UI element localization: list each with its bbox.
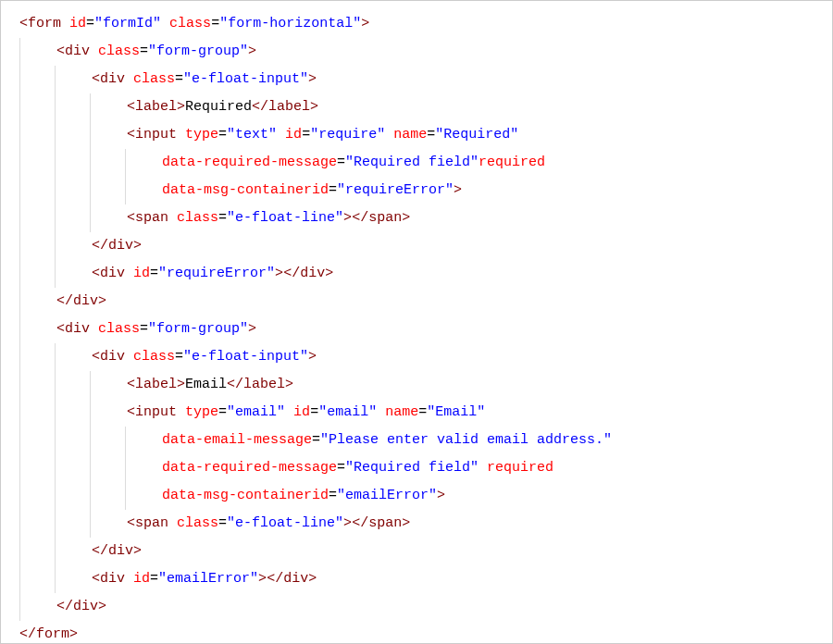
token-name: label — [135, 99, 177, 115]
code-line: </div> — [19, 232, 823, 260]
token-brk: > — [343, 515, 352, 531]
token-txt: = — [218, 404, 227, 420]
token-brk: > — [308, 349, 317, 365]
token-brk: < — [92, 349, 100, 365]
token-txt: = — [218, 127, 227, 142]
token-txt: = — [150, 571, 158, 587]
token-brk: > — [133, 238, 142, 254]
code-line: <div class="e-float-input"> — [19, 343, 823, 371]
token-txt — [385, 127, 393, 142]
token-txt — [61, 16, 69, 31]
token-txt — [125, 571, 133, 587]
token-val: "email" — [227, 404, 285, 420]
token-brk: </ — [352, 515, 368, 531]
token-brk: > — [308, 71, 317, 87]
token-txt — [168, 210, 177, 226]
token-brk: < — [92, 266, 100, 281]
token-attr: id — [285, 127, 302, 142]
token-brk: > — [275, 266, 283, 281]
code-line: <div class="form-group"> — [19, 38, 823, 66]
token-txt — [90, 321, 98, 337]
code-line: data-required-message="Required field" r… — [19, 454, 823, 482]
token-name: div — [108, 238, 133, 254]
token-name: span — [135, 515, 168, 531]
token-brk: < — [127, 210, 135, 226]
token-txt: Required — [185, 99, 252, 115]
token-brk: < — [127, 127, 135, 142]
token-name: span — [368, 210, 402, 226]
token-txt — [177, 127, 185, 142]
token-name: form — [36, 626, 69, 642]
token-brk: > — [402, 515, 410, 531]
code-line: <label>Email</label> — [19, 371, 823, 399]
token-brk: < — [92, 71, 100, 87]
token-txt: = — [140, 43, 148, 59]
token-val: "Email" — [427, 404, 485, 420]
token-attr: data-msg-containerid — [162, 182, 329, 198]
code-line: data-email-message="Please enter valid e… — [19, 427, 823, 454]
token-attr: type — [185, 404, 218, 420]
token-txt: = — [211, 16, 219, 31]
token-val: "form-horizontal" — [219, 16, 361, 31]
token-name: div — [100, 71, 125, 87]
token-txt: = — [175, 71, 183, 87]
token-val: "e-float-line" — [227, 515, 343, 531]
token-attr: class — [177, 210, 218, 226]
token-brk: < — [92, 571, 100, 587]
token-val: "e-float-input" — [183, 71, 308, 87]
token-brk: </ — [352, 210, 368, 226]
code-line: data-msg-containerid="emailError"> — [19, 482, 823, 510]
token-brk: < — [56, 321, 65, 337]
token-txt: = — [175, 349, 183, 365]
token-attr: class — [177, 515, 218, 531]
token-txt — [125, 349, 133, 365]
token-txt: = — [329, 488, 337, 503]
token-name: div — [108, 543, 133, 559]
token-val: "Required" — [435, 127, 518, 142]
token-txt — [90, 43, 98, 59]
token-txt — [168, 515, 177, 531]
code-line: <label>Required</label> — [19, 93, 823, 121]
token-name: div — [283, 571, 308, 587]
token-brk: > — [361, 16, 369, 31]
token-txt — [277, 127, 285, 142]
token-txt: = — [310, 404, 318, 420]
token-brk: > — [308, 571, 317, 587]
code-line: </div> — [19, 538, 823, 565]
code-line: <div id="requireError"></div> — [19, 260, 823, 288]
token-txt: = — [337, 155, 345, 170]
code-line: <span class="e-float-line"></span> — [19, 510, 823, 538]
token-txt: = — [150, 266, 158, 281]
token-val: "email" — [318, 404, 377, 420]
token-txt — [125, 71, 133, 87]
token-brk: > — [177, 377, 185, 392]
code-block: <form id="formId" class="form-horizontal… — [0, 0, 833, 644]
token-brk: > — [98, 599, 106, 614]
token-txt: = — [418, 404, 427, 420]
token-brk: < — [127, 99, 135, 115]
token-attr: data-required-message — [162, 460, 337, 476]
token-brk: </ — [92, 238, 108, 254]
code-line: data-required-message="Required field"re… — [19, 149, 823, 177]
token-name: span — [368, 515, 402, 531]
token-brk: </ — [19, 626, 36, 642]
code-line: <form id="formId" class="form-horizontal… — [19, 10, 823, 38]
token-brk: > — [402, 210, 410, 226]
token-attr: id — [69, 16, 86, 31]
token-txt: = — [218, 210, 227, 226]
token-txt: Email — [185, 377, 227, 392]
token-brk: </ — [267, 571, 283, 587]
token-brk: </ — [252, 99, 268, 115]
token-val: "requireError" — [158, 266, 275, 281]
token-name: div — [100, 571, 125, 587]
token-brk: </ — [92, 543, 108, 559]
token-name: div — [300, 266, 325, 281]
code-line: </form> — [19, 621, 823, 644]
token-name: span — [135, 210, 168, 226]
token-attr: class — [133, 71, 175, 87]
token-name: div — [100, 266, 125, 281]
token-name: div — [65, 321, 90, 337]
token-txt — [125, 266, 133, 281]
token-attr: class — [169, 16, 211, 31]
token-brk: < — [127, 377, 135, 392]
